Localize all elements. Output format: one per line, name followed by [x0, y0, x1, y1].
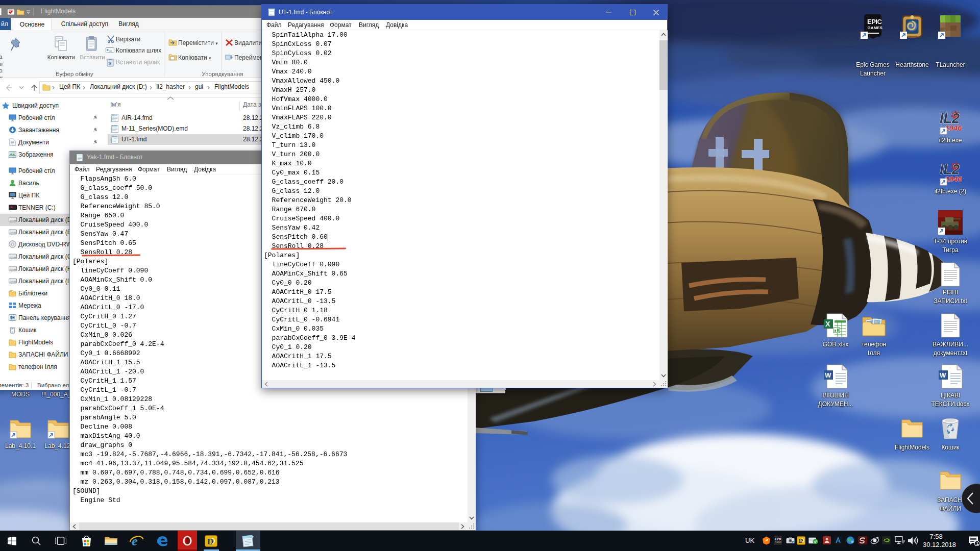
svg-text:GAMES: GAMES [868, 26, 883, 30]
svg-text:GAMES: GAMES [775, 541, 781, 544]
svg-text:EPIC: EPIC [867, 18, 882, 26]
svg-text:EPIC: EPIC [775, 537, 781, 541]
svg-text:1946: 1946 [945, 174, 962, 183]
svg-text:W: W [825, 371, 831, 379]
svg-text:X: X [825, 320, 830, 328]
svg-text:1: 1 [976, 541, 978, 546]
svg-text:1946: 1946 [945, 123, 962, 132]
svg-text:W: W [940, 371, 946, 379]
